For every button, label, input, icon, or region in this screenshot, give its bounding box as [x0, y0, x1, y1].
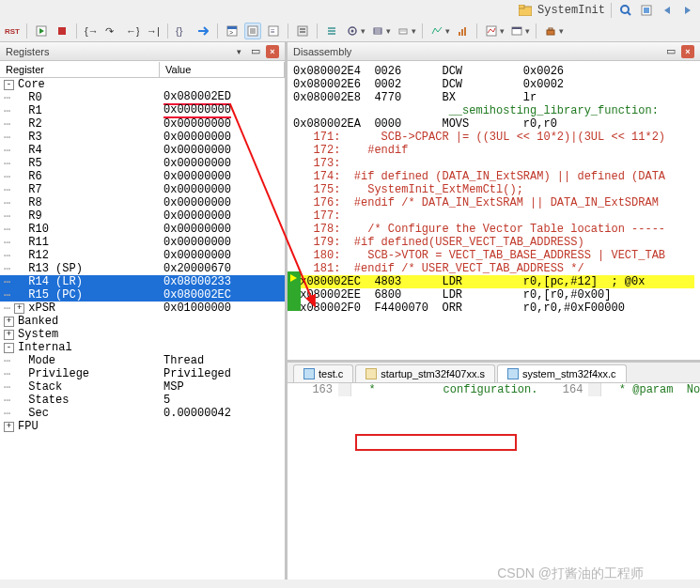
fold-gutter[interactable] — [338, 383, 351, 396]
register-row[interactable]: ⋯R60x00000000 — [0, 170, 285, 183]
register-row[interactable]: ⋯R14 (LR)0x08000233 — [0, 275, 285, 288]
registers-tree[interactable]: -Core⋯R00x080002ED⋯R10x00000000⋯R20x0000… — [0, 78, 285, 580]
register-row[interactable]: ⋯R15 (PC)0x080002EC — [0, 288, 285, 302]
config-icon[interactable] — [638, 2, 655, 19]
source-line[interactable]: 174: #if defined (DATA_IN_ExtSRAM) || de… — [293, 170, 694, 183]
register-row[interactable]: ⋯R13 (SP)0x20000670 — [0, 262, 285, 275]
disassembly-view[interactable]: 0x080002E4 0026 DCW 0x00260x080002E6 000… — [288, 61, 700, 360]
system-viewer-icon[interactable] — [508, 23, 525, 39]
back-icon[interactable] — [659, 2, 676, 19]
register-row[interactable]: ⋯PrivilegePrivileged — [0, 367, 285, 380]
watch-icon[interactable] — [344, 23, 361, 39]
dropdown-arrow-icon[interactable]: ▾ — [412, 26, 416, 36]
dropdown-arrow-icon[interactable]: ▾ — [559, 26, 564, 36]
register-row[interactable]: ⋯+xPSR0x01000000 — [0, 302, 285, 315]
fold-gutter[interactable] — [588, 383, 601, 396]
register-row[interactable]: ⋯R40x00000000 — [0, 144, 285, 157]
register-row[interactable]: ⋯R120x00000000 — [0, 249, 285, 262]
register-row[interactable]: +Banked — [0, 315, 285, 328]
disasm-line[interactable]: 0x080002F0 F4400070 ORR r0,r0,#0xF00000 — [293, 302, 694, 315]
close-icon[interactable]: × — [681, 45, 694, 58]
run-to-cursor-button[interactable]: →| — [145, 23, 162, 39]
register-row[interactable]: ⋯StackMSP — [0, 380, 285, 394]
tab-startup_stm32f407xx-s[interactable]: startup_stm32f407xx.s — [355, 364, 495, 382]
register-row[interactable]: -Internal — [0, 341, 285, 354]
breakpoint-gutter[interactable] — [288, 383, 301, 396]
source-line[interactable]: 179: #if defined(USER_VECT_TAB_ADDRESS) — [293, 236, 694, 249]
disasm-line[interactable]: 0x080002EA 0000 MOVS r0,r0 — [293, 117, 694, 131]
window-cmd-icon[interactable]: > — [224, 23, 241, 39]
disasm-line[interactable]: 0x080002E4 0026 DCW 0x0026 — [293, 65, 694, 78]
register-row[interactable]: ⋯R110x00000000 — [0, 236, 285, 249]
float-icon[interactable]: ▭ — [249, 45, 262, 58]
source-line[interactable]: 177: — [293, 209, 694, 223]
step-out-button[interactable]: ←} — [124, 23, 141, 39]
register-row[interactable]: +System — [0, 328, 285, 341]
dropdown-arrow-icon[interactable]: ▾ — [361, 26, 366, 36]
register-row[interactable]: ⋯R80x00000000 — [0, 196, 285, 209]
tab-system_stm32f4xx-c[interactable]: system_stm32f4xx.c — [497, 364, 627, 382]
source-line[interactable]: 175: SystemInit_ExtMemCtl(); — [293, 183, 694, 196]
register-row[interactable]: ⋯States5 — [0, 394, 285, 407]
register-row[interactable]: +FPU — [0, 420, 285, 433]
expander-icon[interactable]: + — [4, 330, 14, 340]
trace-icon[interactable] — [483, 23, 500, 39]
show-code-button[interactable]: {} — [174, 23, 191, 39]
register-row[interactable]: ⋯R90x00000000 — [0, 209, 285, 223]
source-line[interactable]: 181: #endif /* USER_VECT_TAB_ADDRESS */ — [293, 262, 694, 275]
source-line[interactable]: 178: /* Configure the Vector Table locat… — [293, 223, 694, 236]
minimize-icon[interactable]: ▾ — [232, 45, 245, 58]
callstack-icon[interactable] — [323, 23, 340, 39]
register-row[interactable]: ⋯R10x00000000 — [0, 104, 285, 117]
dropdown-arrow-icon[interactable]: ▾ — [445, 26, 450, 36]
expander-icon[interactable]: + — [14, 303, 24, 314]
source-line[interactable]: 180: SCB->VTOR = VECT_TAB_BASE_ADDRESS |… — [293, 249, 694, 262]
dropdown-arrow-icon[interactable]: ▾ — [386, 26, 391, 36]
col-register[interactable]: Register — [0, 62, 160, 77]
source-line[interactable]: 173: — [293, 157, 694, 170]
expander-icon[interactable]: - — [4, 80, 14, 90]
toolbox-icon[interactable] — [542, 23, 559, 39]
expander-icon[interactable]: + — [4, 422, 14, 432]
folder-icon[interactable] — [517, 2, 534, 19]
expander-icon[interactable]: + — [4, 317, 14, 327]
step-over-button[interactable]: ↷ — [103, 23, 120, 39]
performance-icon[interactable] — [454, 23, 471, 39]
forward-icon[interactable] — [679, 2, 696, 19]
register-row[interactable]: ⋯R20x00000000 — [0, 117, 285, 131]
run-button[interactable] — [33, 23, 50, 39]
register-row[interactable]: ⋯R100x00000000 — [0, 223, 285, 236]
float-icon[interactable]: ▭ — [664, 45, 677, 58]
step-into-button[interactable]: {→ — [83, 23, 100, 39]
registers-window-icon[interactable] — [294, 23, 311, 39]
find-icon[interactable] — [617, 2, 634, 19]
disasm-line[interactable]: 0x080002EC 4803 LDR r0,[pc,#12] ; @0x — [293, 275, 694, 288]
source-line[interactable]: __semihosting_library_function: — [293, 104, 694, 117]
register-row[interactable]: -Core — [0, 78, 285, 91]
register-row[interactable]: ⋯R70x00000000 — [0, 183, 285, 196]
reset-button[interactable]: RST — [4, 23, 21, 39]
expander-icon[interactable]: - — [4, 343, 14, 353]
memory-icon[interactable] — [369, 23, 386, 39]
register-row[interactable]: ⋯R50x00000000 — [0, 157, 285, 170]
serial-icon[interactable] — [395, 23, 412, 39]
source-line[interactable]: 164 * @param None — [537, 383, 700, 396]
disasm-line[interactable]: 0x080002E6 0002 DCW 0x0002 — [293, 78, 694, 91]
disasm-line[interactable]: 0x080002EE 6800 LDR r0,[r0,#0x00] — [293, 288, 694, 302]
disasm-window-icon[interactable] — [244, 23, 261, 39]
source-line[interactable]: 163 * configuration. — [288, 383, 537, 396]
register-row[interactable]: ⋯ModeThread — [0, 354, 285, 367]
breakpoint-gutter[interactable] — [537, 383, 551, 396]
source-line[interactable]: 171: SCB->CPACR |= ((3UL << 10*2)|(3UL <… — [293, 131, 694, 144]
stop-button[interactable] — [54, 23, 70, 39]
symbols-icon[interactable]: ≡ — [265, 23, 282, 39]
dropdown-arrow-icon[interactable]: ▾ — [525, 26, 530, 36]
register-row[interactable]: ⋯Sec0.00000042 — [0, 407, 285, 420]
show-next-statement-icon[interactable] — [194, 23, 211, 39]
col-value[interactable]: Value — [160, 62, 285, 77]
source-line[interactable]: 172: #endif — [293, 144, 694, 157]
tab-test-c[interactable]: test.c — [293, 364, 353, 382]
close-icon[interactable]: × — [266, 45, 279, 58]
register-row[interactable]: ⋯R00x080002ED — [0, 91, 285, 104]
dropdown-arrow-icon[interactable]: ▾ — [500, 26, 505, 36]
